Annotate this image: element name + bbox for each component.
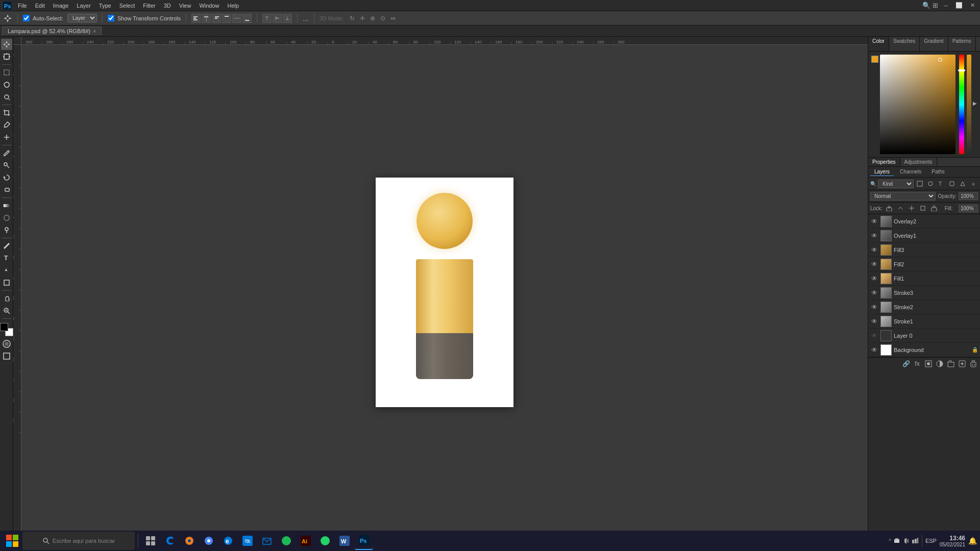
- 3d-orbit-btn[interactable]: ⊙: [378, 14, 387, 23]
- quick-mask-btn[interactable]: [2, 339, 11, 349]
- taskbar-word[interactable]: W: [335, 532, 354, 550]
- menu-layer[interactable]: Layer: [73, 2, 94, 10]
- layer-delete-btn[interactable]: [969, 359, 978, 368]
- color-tab-patterns[interactable]: Patterns: [948, 37, 976, 51]
- layer-item-fill3[interactable]: 👁 Fill3: [868, 243, 980, 257]
- fill-field[interactable]: [959, 205, 978, 212]
- clone-stamp-tool[interactable]: [1, 160, 12, 171]
- 3d-slide-btn[interactable]: ⇔: [388, 14, 398, 23]
- 3d-rotate-btn[interactable]: ↻: [348, 14, 357, 23]
- taskbar-notification-btn[interactable]: 🔔: [968, 537, 977, 545]
- lock-image-btn[interactable]: [896, 204, 905, 213]
- gradient-tool[interactable]: [1, 200, 12, 211]
- layer-visibility-stroke3[interactable]: 👁: [870, 289, 878, 297]
- artboard-tool[interactable]: [1, 51, 12, 62]
- layer-visibility-fill3[interactable]: 👁: [870, 246, 878, 254]
- filter-shape-btn[interactable]: [947, 179, 957, 188]
- opacity-bar[interactable]: [967, 55, 972, 154]
- lock-pixels-btn[interactable]: [885, 204, 894, 213]
- align-center-h-btn[interactable]: [202, 14, 211, 23]
- filter-type-btn[interactable]: T: [937, 179, 946, 188]
- taskbar-photoshop[interactable]: Ps: [355, 532, 373, 550]
- shape-tool[interactable]: [1, 277, 12, 288]
- align-top-btn[interactable]: [222, 14, 231, 23]
- layer-visibility-stroke1[interactable]: 👁: [870, 317, 878, 325]
- taskbar-illustrator[interactable]: Ai: [297, 532, 315, 550]
- type-tool[interactable]: T: [1, 253, 12, 264]
- menu-filter[interactable]: Filter: [139, 2, 159, 10]
- blur-tool[interactable]: [1, 212, 12, 223]
- layer-item-stroke1[interactable]: 👁 Stroke1: [868, 314, 980, 329]
- layer-item-stroke2[interactable]: 👁 Stroke2: [868, 300, 980, 314]
- lasso-tool[interactable]: [1, 79, 12, 90]
- layer-item-fill1[interactable]: 👁 Fill1: [868, 271, 980, 286]
- layer-item-overlay2[interactable]: 👁 Overlay2: [868, 214, 980, 229]
- hand-tool[interactable]: [1, 293, 12, 304]
- search-icon[interactable]: 🔍: [922, 2, 930, 9]
- foreground-color-swatch[interactable]: [0, 323, 8, 331]
- lock-artboard-btn[interactable]: [918, 204, 927, 213]
- taskbar-ie[interactable]: e: [219, 532, 237, 550]
- layer-item-overlay1[interactable]: 👁 Overlay1: [868, 229, 980, 243]
- history-brush-tool[interactable]: [1, 172, 12, 183]
- adjustments-tab[interactable]: Adjustments: [900, 158, 937, 166]
- menu-type[interactable]: Type: [95, 2, 115, 10]
- transform-controls-checkbox[interactable]: [108, 15, 114, 21]
- menu-window[interactable]: Window: [195, 2, 223, 10]
- menu-select[interactable]: Select: [116, 2, 139, 10]
- filter-smart-btn[interactable]: [958, 179, 967, 188]
- path-select-tool[interactable]: [1, 265, 12, 276]
- layer-visibility-layer0[interactable]: 👁: [870, 332, 878, 340]
- lock-all-btn[interactable]: [929, 204, 939, 213]
- dodge-tool[interactable]: [1, 224, 12, 236]
- 3d-pan-btn[interactable]: ✛: [358, 14, 367, 23]
- auto-select-type[interactable]: Layer: [67, 14, 97, 22]
- pen-tool[interactable]: [1, 240, 12, 252]
- close-button[interactable]: ✕: [967, 0, 978, 11]
- layer-visibility-background[interactable]: 👁: [870, 346, 878, 354]
- blend-mode-select[interactable]: Normal: [870, 192, 936, 201]
- color-panel-expand-btn[interactable]: ▶: [973, 55, 977, 106]
- filter-adjustment-btn[interactable]: [926, 179, 935, 188]
- taskbar-search-placeholder[interactable]: Escribe aquí para buscar: [53, 538, 115, 544]
- layer-visibility-overlay2[interactable]: 👁: [870, 217, 878, 226]
- color-tab-layercor[interactable]: Layer Cor: [976, 37, 980, 51]
- properties-tab[interactable]: Properties: [868, 158, 900, 166]
- menu-help[interactable]: Help: [224, 2, 243, 10]
- layer-visibility-overlay1[interactable]: 👁: [870, 232, 878, 240]
- channels-tab[interactable]: Channels: [896, 168, 925, 176]
- menu-file[interactable]: File: [14, 2, 31, 10]
- arrange-icon[interactable]: ⊞: [933, 2, 938, 9]
- align-middle-btn[interactable]: [232, 14, 241, 23]
- zoom-tool[interactable]: [1, 305, 12, 316]
- distribute-3-btn[interactable]: ⊥: [283, 14, 292, 23]
- taskbar-search[interactable]: Escribe aquí para buscar: [22, 532, 135, 550]
- distribute-h-btn[interactable]: ⊤: [262, 14, 272, 23]
- taskbar-edge[interactable]: [161, 532, 179, 550]
- filter-pixel-btn[interactable]: [915, 179, 924, 188]
- menu-3d[interactable]: 3D: [160, 2, 175, 10]
- move-tool[interactable]: [1, 39, 12, 50]
- layer-item-layer0[interactable]: 👁 Layer 0: [868, 329, 980, 343]
- eyedropper-tool[interactable]: [1, 119, 12, 131]
- layer-visibility-fill1[interactable]: 👁: [870, 274, 878, 283]
- layer-item-stroke3[interactable]: 👁 Stroke3: [868, 286, 980, 300]
- restore-button[interactable]: ⬜: [953, 0, 965, 11]
- 3d-zoom-btn[interactable]: ⊕: [368, 14, 377, 23]
- layer-adjustment-btn[interactable]: [935, 359, 944, 368]
- eraser-tool[interactable]: [1, 184, 12, 195]
- align-left-btn[interactable]: [191, 14, 201, 23]
- layer-new-btn[interactable]: [958, 359, 967, 368]
- lock-position-btn[interactable]: [907, 204, 916, 213]
- color-tab-color[interactable]: Color: [868, 37, 889, 51]
- paths-tab[interactable]: Paths: [927, 168, 949, 176]
- layer-group-btn[interactable]: [946, 359, 955, 368]
- crop-tool[interactable]: [1, 107, 12, 118]
- more-options-btn[interactable]: ...: [303, 14, 309, 22]
- layer-item-fill2[interactable]: 👁 Fill2: [868, 257, 980, 271]
- auto-select-checkbox[interactable]: [23, 15, 30, 21]
- menu-edit[interactable]: Edit: [32, 2, 48, 10]
- minimize-button[interactable]: ─: [940, 0, 951, 11]
- tab-close-btn[interactable]: ×: [93, 29, 96, 34]
- taskbar-chrome[interactable]: [200, 532, 218, 550]
